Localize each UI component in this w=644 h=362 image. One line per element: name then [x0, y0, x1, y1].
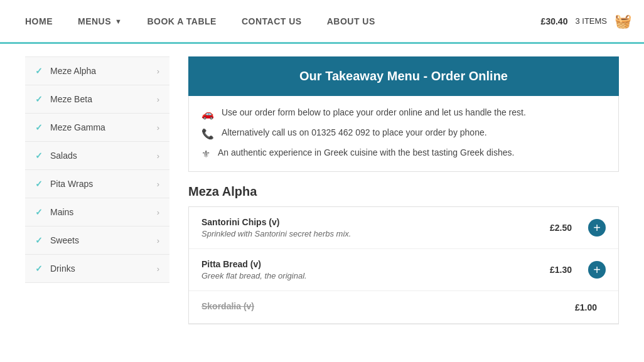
- sidebar-item-label: Meze Beta: [50, 94, 92, 104]
- main-nav: HOMEMENUS▼BOOK A TABLECONTACT USABOUT US…: [0, 0, 644, 44]
- chevron-down-icon: ▼: [115, 18, 122, 25]
- menu-item-name: Skordalia (v): [201, 301, 567, 311]
- check-icon: ✓: [35, 66, 43, 76]
- cart-items-count: 3 ITEMS: [575, 16, 607, 26]
- nav-item-about-us[interactable]: ABOUT US: [314, 0, 388, 43]
- nav-right: £30.40 3 ITEMS 🧺: [541, 13, 631, 29]
- info-box: 🚗Use our order form below to place your …: [188, 96, 619, 172]
- cart-price: £30.40: [541, 16, 568, 26]
- sidebar: ✓Meze Alpha›✓Meze Beta›✓Meze Gamma›✓Sala…: [25, 56, 169, 324]
- right-panel: Our Takeaway Menu - Order Online 🚗Use ou…: [188, 56, 619, 324]
- chevron-right-icon: ›: [157, 123, 159, 132]
- check-icon: ✓: [35, 151, 43, 161]
- menu-item-name: Pitta Bread (v): [201, 259, 542, 269]
- check-icon: ✓: [35, 235, 43, 245]
- menu-section-header: Meza Alpha: [188, 172, 619, 207]
- chevron-right-icon: ›: [157, 95, 159, 104]
- sidebar-item-sweets[interactable]: ✓Sweets›: [25, 226, 169, 255]
- sidebar-item-label: Pita Wraps: [50, 179, 93, 189]
- nav-item-home[interactable]: HOME: [13, 0, 65, 43]
- menu-item-desc: Greek flat bread, the original.: [201, 271, 542, 280]
- sidebar-item-salads[interactable]: ✓Salads›: [25, 142, 169, 170]
- sidebar-item-meze-alpha[interactable]: ✓Meze Alpha›: [25, 56, 169, 85]
- nav-item-contact-us[interactable]: CONTACT US: [229, 0, 314, 43]
- menu-item: Santorini Chips (v)Sprinkled with Santor…: [189, 207, 618, 249]
- chevron-right-icon: ›: [157, 264, 159, 274]
- add-item-button[interactable]: +: [588, 219, 606, 237]
- menu-item-price: £1.00: [575, 302, 597, 312]
- chevron-right-icon: ›: [157, 67, 159, 76]
- info-text: Use our order form below to place your o…: [222, 107, 526, 117]
- sidebar-item-label: Meze Alpha: [50, 66, 96, 76]
- menu-item-price: £1.30: [550, 265, 572, 275]
- info-text: An authentic experience in Greek cuisine…: [218, 147, 514, 157]
- check-icon: ✓: [35, 264, 43, 274]
- sidebar-item-meze-beta[interactable]: ✓Meze Beta›: [25, 85, 169, 114]
- chevron-right-icon: ›: [157, 208, 159, 217]
- sidebar-item-drinks[interactable]: ✓Drinks›: [25, 255, 169, 283]
- chevron-right-icon: ›: [157, 151, 159, 161]
- order-header: Our Takeaway Menu - Order Online: [188, 56, 619, 96]
- add-item-button[interactable]: +: [588, 261, 606, 279]
- basket-icon[interactable]: 🧺: [614, 13, 631, 29]
- info-line: 📞Alternatively call us on 01325 462 092 …: [201, 127, 606, 140]
- nav-item-menus[interactable]: MENUS▼: [65, 0, 134, 43]
- check-icon: ✓: [35, 94, 43, 104]
- chevron-right-icon: ›: [157, 179, 159, 189]
- menu-item: Skordalia (v)£1.00: [189, 291, 618, 324]
- sidebar-item-mains[interactable]: ✓Mains›: [25, 198, 169, 226]
- info-line: 🚗Use our order form below to place your …: [201, 107, 606, 120]
- menu-item-name: Santorini Chips (v): [201, 217, 542, 227]
- info-icon: 📞: [201, 128, 214, 140]
- nav-links: HOMEMENUS▼BOOK A TABLECONTACT USABOUT US: [13, 0, 541, 43]
- check-icon: ✓: [35, 122, 43, 132]
- menu-item: Pitta Bread (v)Greek flat bread, the ori…: [189, 249, 618, 291]
- sidebar-item-label: Salads: [50, 151, 77, 161]
- menu-item-desc: Sprinkled with Santorini secret herbs mi…: [201, 229, 542, 238]
- info-icon: ⚜: [201, 148, 210, 160]
- menu-item-price: £2.50: [550, 223, 572, 233]
- chevron-right-icon: ›: [157, 236, 159, 245]
- info-line: ⚜An authentic experience in Greek cuisin…: [201, 147, 606, 160]
- check-icon: ✓: [35, 179, 43, 189]
- sidebar-item-label: Meze Gamma: [50, 122, 105, 132]
- sidebar-item-meze-gamma[interactable]: ✓Meze Gamma›: [25, 114, 169, 142]
- main-content: ✓Meze Alpha›✓Meze Beta›✓Meze Gamma›✓Sala…: [0, 44, 644, 337]
- sidebar-item-label: Drinks: [50, 264, 75, 274]
- nav-item-book-a-table[interactable]: BOOK A TABLE: [134, 0, 228, 43]
- menu-items-container: Santorini Chips (v)Sprinkled with Santor…: [188, 207, 619, 324]
- info-icon: 🚗: [201, 108, 214, 120]
- sidebar-item-label: Sweets: [50, 235, 79, 245]
- sidebar-item-pita-wraps[interactable]: ✓Pita Wraps›: [25, 170, 169, 198]
- sidebar-item-label: Mains: [50, 207, 73, 217]
- check-icon: ✓: [35, 207, 43, 217]
- info-text: Alternatively call us on 01325 462 092 t…: [222, 127, 487, 137]
